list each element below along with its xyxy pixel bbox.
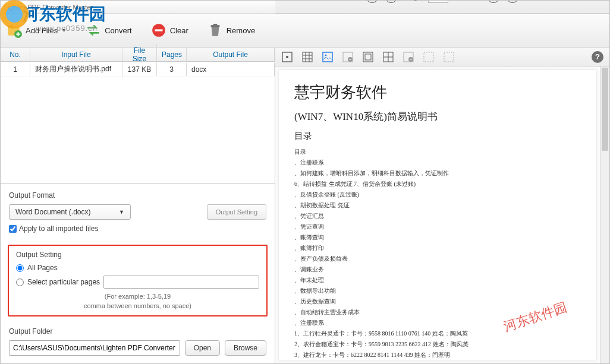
next-page-button[interactable]: › (385, 0, 398, 3)
table-row[interactable]: 1 财务用户操作说明书.pdf 137 KB 3 docx (1, 62, 275, 77)
select-pages-label: Select particular pages (27, 278, 100, 286)
view-mode-1-icon[interactable] (281, 51, 293, 63)
image-icon[interactable] (322, 51, 334, 63)
cell-input: 财务用户操作说明书.pdf (30, 62, 122, 77)
svg-point-11 (325, 54, 327, 56)
output-folder-section: Output Folder Open Browse (1, 321, 275, 364)
select-pages-radio[interactable]: Select particular pages (16, 276, 259, 289)
pages-hint: (For example: 1,3-5,19 comma between num… (16, 292, 259, 311)
svg-rect-4 (155, 29, 162, 31)
preview-help-button[interactable]: ? (592, 51, 603, 63)
doc-subtitle: (WIN7、WIN10系统)简易说明书 (294, 110, 581, 124)
cell-no: 1 (1, 63, 30, 76)
col-input[interactable]: Input File (30, 48, 122, 61)
pager: ‹ › Page Of 3 − + (275, 0, 609, 14)
doc-line: 、凭证查询 (294, 223, 581, 231)
preview-scrollbar[interactable] (600, 67, 609, 364)
view-mode-9-icon[interactable] (443, 51, 455, 63)
doc-line: 、账簿打印 (294, 244, 581, 252)
scroll-thumb[interactable] (602, 68, 608, 151)
doc-line: 、如何建账，增咐科目添加，明细科目数据输入，凭证制作 (294, 169, 581, 178)
doc-line: 1、工行牡丹灵通卡：卡号：9558 8016 1110 0761 140 姓名：… (294, 330, 581, 338)
svg-rect-14 (363, 52, 373, 62)
doc-line: 目录 (294, 148, 581, 156)
cell-pages: 3 (157, 63, 187, 76)
doc-line: 、注册联系 (294, 159, 581, 167)
clear-label: Clear (170, 26, 188, 35)
output-setting-button[interactable]: Output Setting (207, 204, 266, 220)
svg-rect-9 (303, 52, 312, 62)
col-no[interactable]: No. (1, 48, 30, 61)
doc-line: 、资产负债及损益表 (294, 255, 581, 263)
file-table: No. Input File File Size Pages Output Fi… (1, 48, 275, 77)
format-select[interactable]: Word Document (.docx) ▼ (9, 204, 131, 220)
svg-rect-15 (365, 54, 371, 60)
doc-line: 、调账业务 (294, 265, 581, 274)
doc-line: 2、农行金穗通宝卡：卡号：9559 9813 2235 6622 412 姓名：… (294, 340, 581, 349)
clear-button[interactable]: Clear (151, 23, 188, 38)
preview-page: 慧宇财务软件 (WIN7、WIN10系统)简易说明书 目录 目录、注册联系、如何… (279, 70, 596, 360)
view-mode-6-icon[interactable] (382, 51, 394, 63)
doc-line: 、账簿查询 (294, 233, 581, 242)
chevron-down-icon: ▼ (119, 209, 124, 215)
left-panel: No. Input File File Size Pages Output Fi… (1, 48, 275, 364)
open-button[interactable]: Open (185, 340, 220, 356)
trash-icon (207, 23, 223, 38)
view-mode-7-icon[interactable] (403, 51, 414, 63)
view-mode-8-icon[interactable] (423, 51, 435, 63)
svg-rect-10 (323, 52, 332, 62)
cell-size: 137 KB (122, 63, 157, 76)
prev-page-button[interactable]: ‹ (366, 0, 379, 3)
all-pages-input[interactable] (16, 264, 24, 272)
doc-line: 6、结转损益 生成凭证 7、借贷余登账 (未过账) (294, 180, 581, 188)
page-label: Page (404, 0, 422, 1)
watermark-url: www.pc0359.cn (36, 24, 98, 33)
svg-point-8 (286, 56, 288, 58)
view-mode-4-icon[interactable] (342, 51, 354, 63)
svg-rect-6 (213, 24, 217, 25)
preview-area: 慧宇财务软件 (WIN7、WIN10系统)简易说明书 目录 目录、注册联系、如何… (275, 67, 609, 364)
page-input[interactable] (428, 0, 448, 3)
browse-button[interactable]: Browse (225, 340, 266, 356)
output-folder-input[interactable] (9, 340, 180, 356)
all-pages-radio[interactable]: All Pages (16, 264, 259, 272)
doc-line: 、年末处理 (294, 276, 581, 284)
table-header: No. Input File File Size Pages Output Fi… (1, 48, 275, 62)
svg-rect-5 (210, 25, 219, 27)
select-pages-input[interactable] (16, 278, 24, 286)
clear-icon (151, 23, 166, 38)
format-selected: Word Document (.docx) (15, 208, 91, 216)
output-folder-label: Output Folder (9, 327, 266, 335)
apply-all-label: Apply to all imported files (19, 224, 98, 233)
all-pages-label: All Pages (27, 264, 58, 272)
grid-icon[interactable] (301, 51, 313, 63)
remove-button[interactable]: Remove (207, 23, 255, 38)
right-panel: ‹ › Page Of 3 − + ? 慧宇财务软件 (275, 48, 609, 364)
watermark-logo-text: 河东软件园 (23, 3, 106, 26)
output-setting-label: Output Setting (16, 251, 259, 259)
apply-all-check[interactable] (9, 225, 17, 233)
pages-range-input[interactable] (103, 276, 259, 289)
output-format-label: Output Format (9, 191, 266, 200)
doc-line: 、凭证汇总 (294, 212, 581, 220)
col-output[interactable]: Output File (187, 48, 275, 61)
doc-title: 慧宇财务软件 (294, 82, 581, 103)
apply-all-checkbox[interactable]: Apply to all imported files (9, 224, 266, 233)
remove-label: Remove (227, 26, 255, 35)
col-pages[interactable]: Pages (157, 48, 187, 61)
doc-line: 、历史数据查询 (294, 297, 581, 306)
col-size[interactable]: File Size (122, 44, 157, 65)
doc-line: 、期初数据处理 凭证 (294, 201, 581, 210)
view-mode-5-icon[interactable] (362, 51, 374, 63)
zoom-out-button[interactable]: − (487, 0, 500, 3)
svg-rect-20 (444, 52, 454, 62)
doc-line: 、反借贷余登账 (反过账) (294, 191, 581, 199)
output-setting-box: Output Setting All Pages Select particul… (8, 245, 268, 316)
page-total: 3 (468, 0, 472, 1)
doc-h2: 目录 (294, 131, 581, 142)
zoom-in-button[interactable]: + (506, 0, 519, 3)
output-format-section: Output Format Word Document (.docx) ▼ Ou… (1, 183, 275, 240)
svg-rect-19 (424, 52, 433, 62)
of-label: Of (454, 0, 463, 1)
convert-label: Convert (105, 26, 132, 35)
